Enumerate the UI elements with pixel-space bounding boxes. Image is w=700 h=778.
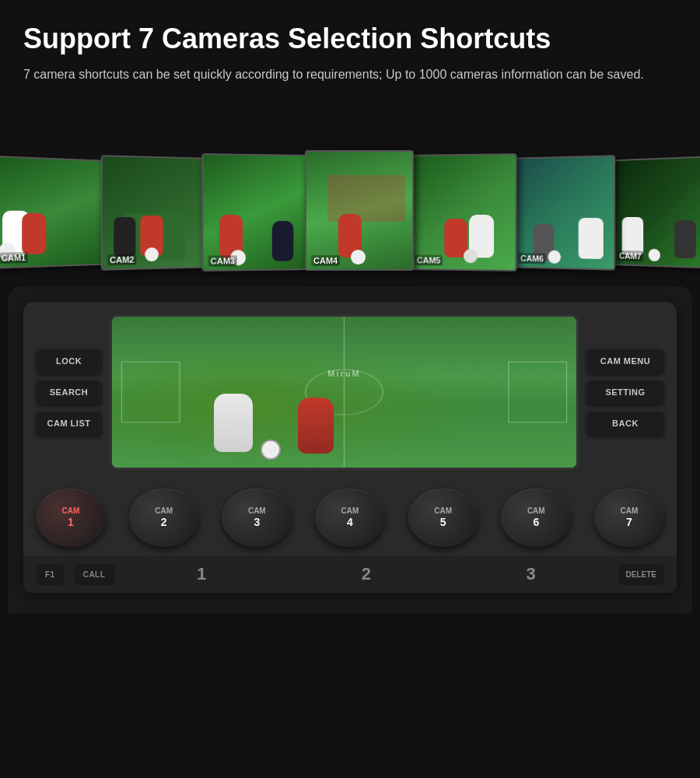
bottom-number-2: 2 <box>289 564 444 584</box>
side-buttons-right: CAM MENU SETTING BACK <box>586 314 664 470</box>
cam-button-6[interactable]: CAM 6 <box>501 489 571 547</box>
cam-label-2: CAM2 <box>107 254 136 265</box>
cam-button-7[interactable]: CAM 7 <box>594 489 664 547</box>
delete-button[interactable]: DELETE <box>618 564 664 585</box>
lock-button[interactable]: LOCK <box>36 349 102 373</box>
cam-btn-num-5: 5 <box>440 516 446 529</box>
device-section: LOCK SEARCH CAM LIST <box>8 286 692 613</box>
bottom-number-3: 3 <box>453 564 609 584</box>
cam-button-4[interactable]: CAM 4 <box>315 489 385 547</box>
cam-btn-label-5: CAM <box>434 506 452 516</box>
page-title: Support 7 Cameras Selection Shortcuts <box>23 23 677 54</box>
svg-rect-3 <box>509 362 567 422</box>
cam-card-1: CAM1 <box>0 155 107 268</box>
svg-rect-2 <box>121 362 180 422</box>
cam-card-6: CAM6 <box>512 155 614 270</box>
cam-label-3: CAM3 <box>208 255 237 267</box>
cam-btn-label-7: CAM <box>621 506 639 516</box>
cam-btn-label-4: CAM <box>341 506 359 516</box>
f1-button[interactable]: F1 <box>36 564 65 585</box>
cam-btn-label-6: CAM <box>527 506 545 516</box>
side-buttons-left: LOCK SEARCH CAM LIST <box>36 314 102 470</box>
cam-btn-label-3: CAM <box>248 506 266 516</box>
bottom-number-1: 1 <box>124 564 279 584</box>
cam-button-3[interactable]: CAM 3 <box>222 489 292 547</box>
cam-button-2[interactable]: CAM 2 <box>129 489 199 547</box>
cam-btn-num-2: 2 <box>161 516 167 529</box>
device-middle: LOCK SEARCH CAM LIST <box>36 314 664 470</box>
cam-label-1: CAM1 <box>0 251 28 263</box>
screen-logo: MiruM <box>327 369 360 378</box>
screen-content: MiruM <box>112 317 576 468</box>
cam-label-6: CAM6 <box>518 253 545 265</box>
cam-label-7: CAM7 <box>617 250 643 261</box>
cammenu-button[interactable]: CAM MENU <box>586 349 664 373</box>
cam-card-4: CAM4 <box>305 150 414 271</box>
cam-card-3: CAM3 <box>201 153 310 272</box>
cam-btn-num-7: 7 <box>626 516 632 529</box>
call-button[interactable]: CALL <box>74 564 115 585</box>
cam-btn-label-1: CAM <box>62 506 80 516</box>
device-body: LOCK SEARCH CAM LIST <box>23 302 677 593</box>
top-section: Support 7 Cameras Selection Shortcuts 7 … <box>0 0 700 100</box>
cam-cards-container: CAM1 CAM2 CAM3 <box>0 150 700 271</box>
search-button[interactable]: SEARCH <box>36 380 102 405</box>
subtitle-text: 7 camera shortcuts can be set quickly ac… <box>23 65 661 84</box>
cam-btn-num-3: 3 <box>254 516 260 529</box>
cam-btn-label-2: CAM <box>155 506 173 516</box>
device-screen-wrapper: MiruM <box>110 314 579 470</box>
setting-button[interactable]: SETTING <box>586 380 664 405</box>
cam-card-7: CAM7 <box>611 156 700 268</box>
cam-buttons-row: CAM 1 CAM 2 CAM 3 CAM 4 CAM 5 CAM 6 <box>36 481 664 556</box>
cam-card-2: CAM2 <box>100 155 207 271</box>
device-screen: MiruM <box>112 317 576 468</box>
camlist-button[interactable]: CAM LIST <box>36 411 102 436</box>
cam-btn-num-1: 1 <box>68 516 74 529</box>
cam-button-1[interactable]: CAM 1 <box>36 489 106 547</box>
cam-button-5[interactable]: CAM 5 <box>408 489 478 547</box>
cam-label-5: CAM5 <box>414 254 442 265</box>
cameras-section: CAM1 CAM2 CAM3 <box>0 100 700 279</box>
cam-btn-num-6: 6 <box>533 516 539 529</box>
cam-btn-num-4: 4 <box>347 516 353 529</box>
cam-label-4: CAM4 <box>311 255 340 266</box>
cam-card-5: CAM5 <box>408 153 516 272</box>
device-bottom-row: F1 CALL 1 2 3 DELETE <box>23 556 677 593</box>
back-button[interactable]: BACK <box>586 411 664 436</box>
